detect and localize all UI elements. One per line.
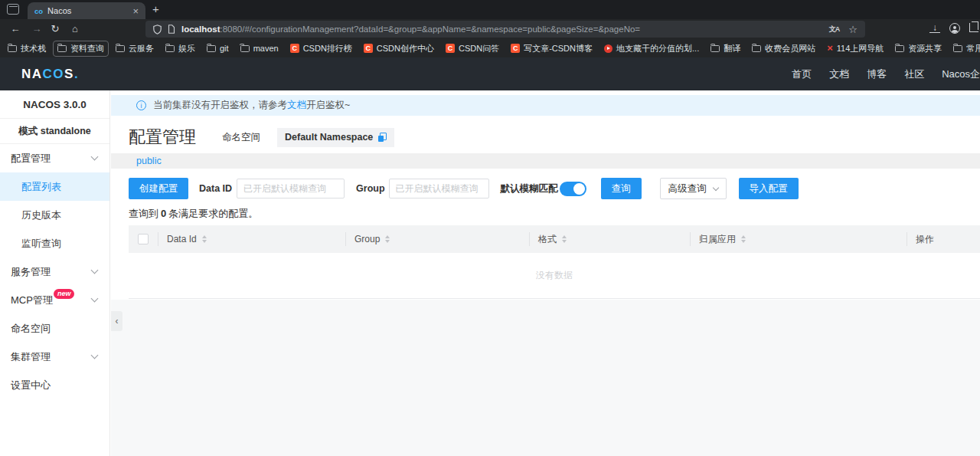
reload-icon[interactable]: ↻ [47,23,63,34]
sort-icon[interactable] [741,233,746,245]
column-data-id[interactable]: Data Id [158,225,345,253]
nav-community[interactable]: 社区 [904,67,924,81]
chevron-down-icon [712,185,718,191]
shield-icon[interactable] [153,25,162,34]
forward-icon[interactable]: → [29,23,44,34]
bookmark-folder[interactable]: 娱乐 [165,43,195,54]
folder-icon [240,45,250,52]
bookmark-folder[interactable]: maven [240,44,279,53]
title-row: 配置管理 命名空间 Default Namespace [129,126,394,149]
address-bar[interactable]: localhost:8080/#/configurationManagement… [145,21,865,38]
header-nav: 首页 文档 博客 社区 Nacos企 [792,67,980,81]
sidebar-item-history[interactable]: 历史版本 [0,201,109,229]
sidebar-item-settings-center[interactable]: 设置中心 [0,371,109,399]
result-count: 0 [158,208,168,219]
folder-icon [165,45,175,52]
namespace-tab-public[interactable]: public [136,156,162,166]
group-input[interactable] [389,179,489,198]
browser-tab-nacos[interactable]: co Nacos × [28,2,145,19]
tab-close-icon[interactable]: × [132,6,139,16]
sort-icon[interactable] [202,233,207,245]
bookmark-folder[interactable]: 收费会员网站 [752,43,815,54]
copy-icon[interactable] [378,133,387,142]
sort-icon[interactable] [562,233,567,245]
bookmark-csdn[interactable]: CSDN排行榜 [290,43,352,54]
config-table: Data Id Group 格式 归属应用 操作 没有数据 [129,225,980,299]
url-host: localhost [181,25,220,34]
namespace-label: 命名空间 [222,131,260,144]
namespace-tab-bar: public [111,153,980,169]
new-badge: new [54,289,75,299]
downloads-icon[interactable]: ↓ [929,24,940,33]
folder-icon [116,45,125,52]
docs-link[interactable]: 文档 [287,100,306,110]
workspaces-icon[interactable] [7,4,19,15]
chevron-down-icon [91,352,99,359]
table-header: Data Id Group 格式 归属应用 操作 [129,225,980,253]
back-icon[interactable]: ← [8,23,23,34]
csdn-icon [364,44,373,53]
search-button[interactable]: 查询 [601,178,642,199]
sidebar: NACOS 3.0.0 模式 standalone 配置管理 配置列表 历史版本… [0,90,110,456]
sidebar-item-config-list[interactable]: 配置列表 [0,172,109,201]
content-background [111,300,980,456]
select-all-checkbox[interactable] [138,234,149,244]
sidebar-version: NACOS 3.0.0 [0,90,109,119]
browser-toolbar: ← → ↻ ⌂ localhost:8080/#/configurationMa… [0,19,980,39]
nav-home[interactable]: 首页 [792,67,812,81]
bookmark-csdn[interactable]: CSDN创作中心 [364,43,434,54]
bookmark-folder[interactable]: 技术栈 [8,43,46,54]
new-tab-button[interactable]: + [152,2,159,15]
folder-icon [710,45,720,52]
column-group[interactable]: Group [345,225,529,253]
table-empty-state: 没有数据 [129,253,980,299]
bookmark-page[interactable]: 地支藏干的分值的划... [604,43,699,54]
bookmark-csdn[interactable]: 写文章-CSDN博客 [511,43,593,54]
bookmark-csdn[interactable]: CSDN问答 [446,43,499,54]
translate-icon[interactable]: 文A [829,25,840,34]
result-summary: 查询到0条满足要求的配置。 [129,207,258,221]
column-format[interactable]: 格式 [529,225,690,253]
nav-docs[interactable]: 文档 [829,67,849,81]
bookmark-folder[interactable]: 资源共享 [895,43,942,54]
home-icon[interactable]: ⌂ [67,23,83,34]
fuzzy-match-toggle[interactable] [560,182,586,196]
bookmark-folder[interactable]: git [207,44,229,53]
create-config-button[interactable]: 创建配置 [129,178,188,199]
folder-icon [57,45,67,52]
empty-text: 没有数据 [536,269,573,282]
csdn-icon [446,44,455,53]
advanced-search-dropdown[interactable]: 高级查询 [660,178,727,199]
sidebar-item-service-management[interactable]: 服务管理 [0,258,109,286]
data-id-label: Data ID [199,183,232,194]
nacos-logo: NACOS. [21,67,79,82]
chevron-down-icon [91,295,99,303]
sidebar-item-namespace[interactable]: 命名空间 [0,314,109,343]
sidebar-item-config-management[interactable]: 配置管理 [0,144,109,172]
data-id-input[interactable] [237,179,345,198]
sidebar-collapse-handle[interactable]: ‹ [111,311,122,331]
sidebar-item-mcp-management[interactable]: MCP管理new [0,286,109,314]
bookmark-page[interactable]: 114上网导航 [827,43,884,54]
sidebar-item-cluster-management[interactable]: 集群管理 [0,343,109,371]
url-text[interactable]: localhost:8080/#/configurationManagement… [181,25,640,34]
sort-icon[interactable] [385,233,390,245]
sidebar-item-listener-query[interactable]: 监听查询 [0,229,109,258]
column-operation: 操作 [906,225,980,253]
document-icon[interactable] [168,25,175,34]
bookmark-folder-active[interactable]: 资料查询 [54,41,108,56]
csdn-icon [290,44,299,53]
auth-warning-banner: 当前集群没有开启鉴权，请参考文档开启鉴权~ [111,95,980,116]
bookmark-folder[interactable]: 常用网站 [953,43,980,54]
favorite-star-icon[interactable]: ☆ [848,24,858,35]
nav-blog[interactable]: 博客 [867,67,887,81]
bookmark-folder[interactable]: 翻译 [710,43,740,54]
column-application[interactable]: 归属应用 [690,225,906,253]
screenshot-crop-icon[interactable] [969,23,978,32]
profile-avatar-icon[interactable] [949,23,960,34]
nav-enterprise[interactable]: Nacos企 [942,67,980,81]
import-config-button[interactable]: 导入配置 [739,178,799,199]
namespace-chip[interactable]: Default Namespace [277,128,394,147]
bookmark-folder[interactable]: 云服务 [116,43,154,54]
select-all-cell [129,225,158,253]
